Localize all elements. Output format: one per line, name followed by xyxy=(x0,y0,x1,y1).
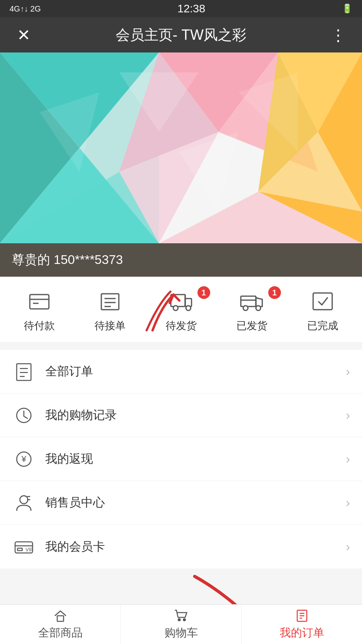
nav-home-label: 全部商品 xyxy=(38,625,83,640)
more-button[interactable]: ⋮ xyxy=(326,26,350,44)
sales-center-label: 销售员中心 xyxy=(45,495,346,511)
main-content: 尊贵的 150****5373 待付款 xyxy=(0,52,362,644)
shipped-label: 已发货 xyxy=(236,319,267,333)
menu-item-cashback[interactable]: ¥ 我的返现 › xyxy=(0,437,362,481)
pending-ship-badge: 1 xyxy=(197,286,210,299)
all-orders-arrow: › xyxy=(346,364,350,379)
shopping-history-arrow: › xyxy=(346,408,350,423)
nav-cart-label: 购物车 xyxy=(165,625,198,640)
member-card-arrow: › xyxy=(346,539,350,554)
order-status-completed[interactable]: 已完成 xyxy=(287,289,358,333)
svg-rect-48 xyxy=(17,548,22,551)
menu-item-all-orders[interactable]: 全部订单 › xyxy=(0,350,362,394)
svg-point-52 xyxy=(183,619,185,621)
bottom-nav: 全部商品 购物车 我的订单 xyxy=(0,604,362,644)
svg-point-32 xyxy=(243,306,248,310)
battery-icon: 🔋 xyxy=(342,4,352,14)
user-greeting: 尊贵的 150****5373 xyxy=(0,243,362,277)
order-status-pending-ship[interactable]: 1 待发货 xyxy=(145,289,216,333)
shopping-history-label: 我的购物记录 xyxy=(45,407,346,423)
page-title: 会员主页- TW风之彩 xyxy=(36,25,326,45)
pending-accept-icon xyxy=(96,289,124,313)
svg-point-43 xyxy=(20,496,28,504)
svg-rect-26 xyxy=(171,295,185,306)
menu-item-sales-center[interactable]: 销售员中心 › xyxy=(0,481,362,525)
close-button[interactable]: ✕ xyxy=(12,26,36,44)
menu-item-member-card[interactable]: VIP 我的会员卡 › xyxy=(0,525,362,568)
svg-rect-31 xyxy=(241,296,256,306)
completed-icon xyxy=(308,289,337,313)
svg-rect-50 xyxy=(57,616,64,621)
nav-my-orders[interactable]: 我的订单 xyxy=(242,605,362,644)
order-status-shipped[interactable]: 1 已发货 xyxy=(217,289,287,333)
home-icon xyxy=(53,609,68,623)
status-time: 12:38 xyxy=(177,2,205,15)
nav-my-orders-label: 我的订单 xyxy=(280,625,324,640)
svg-point-30 xyxy=(186,306,191,310)
greeting-text: 尊贵的 150****5373 xyxy=(12,252,123,267)
menu-item-shopping-history[interactable]: 我的购物记录 › xyxy=(0,394,362,437)
order-status-pending-payment[interactable]: 待付款 xyxy=(4,289,75,333)
all-orders-icon xyxy=(12,360,36,384)
order-status-row: 待付款 待接单 1 xyxy=(0,277,362,343)
cashback-label: 我的返现 xyxy=(45,451,346,467)
shopping-history-icon xyxy=(12,403,36,427)
completed-label: 已完成 xyxy=(307,319,338,333)
svg-point-33 xyxy=(256,306,261,310)
shipped-badge: 1 xyxy=(268,286,281,299)
cart-icon xyxy=(174,609,188,623)
signal-info: 4G↑↓ 2G xyxy=(10,4,41,14)
member-card-icon: VIP xyxy=(12,535,36,559)
pending-accept-label: 待接单 xyxy=(95,319,126,333)
top-bar: ✕ 会员主页- TW风之彩 ⋮ xyxy=(0,17,362,52)
svg-rect-35 xyxy=(313,293,332,310)
svg-rect-19 xyxy=(30,295,49,309)
svg-point-29 xyxy=(173,306,178,310)
order-icon xyxy=(295,609,309,623)
nav-home[interactable]: 全部商品 xyxy=(0,605,121,644)
status-bar: 4G↑↓ 2G 12:38 🔋 xyxy=(0,0,362,17)
svg-rect-22 xyxy=(101,294,119,310)
cashback-arrow: › xyxy=(346,452,350,466)
pending-ship-icon xyxy=(167,289,196,313)
pending-payment-label: 待付款 xyxy=(24,319,55,333)
svg-point-51 xyxy=(178,619,180,621)
hero-banner xyxy=(0,52,362,243)
member-card-label: 我的会员卡 xyxy=(45,539,346,555)
order-status-pending-accept[interactable]: 待接单 xyxy=(75,289,145,333)
pending-ship-label: 待发货 xyxy=(166,319,197,333)
all-orders-label: 全部订单 xyxy=(45,363,346,380)
svg-text:VIP: VIP xyxy=(25,547,33,553)
signal-text: 4G↑↓ 2G xyxy=(10,4,41,14)
pending-payment-icon xyxy=(25,289,54,313)
shipped-icon xyxy=(238,289,266,313)
svg-text:¥: ¥ xyxy=(21,454,27,464)
sales-center-icon xyxy=(12,491,36,515)
menu-list: 全部订单 › 我的购物记录 › ¥ 我的返现 › xyxy=(0,350,362,568)
nav-cart[interactable]: 购物车 xyxy=(121,605,242,644)
battery-info: 🔋 xyxy=(342,4,352,14)
sales-center-arrow: › xyxy=(346,495,350,510)
cashback-icon: ¥ xyxy=(12,447,36,471)
